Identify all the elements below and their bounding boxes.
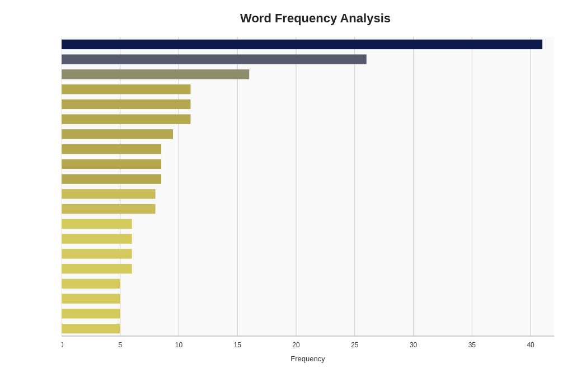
svg-text:15: 15 xyxy=(234,341,242,349)
bar-chart-svg: 0510152025303540Frequencydatadatabricksl… xyxy=(62,34,565,381)
svg-text:Frequency: Frequency xyxy=(290,355,325,363)
bar-tool xyxy=(62,219,132,229)
svg-text:35: 35 xyxy=(468,341,476,349)
bar-platform xyxy=(62,294,120,303)
svg-text:25: 25 xyxy=(351,341,359,349)
bar-unstructured xyxy=(62,100,190,109)
bar-capabilities xyxy=(62,114,190,124)
bar-acquire xyxy=(62,234,132,243)
bar-generative xyxy=(62,144,161,154)
svg-text:20: 20 xyxy=(292,341,300,349)
bar-text xyxy=(62,189,156,199)
bar-talent xyxy=(62,264,132,273)
svg-text:5: 5 xyxy=(118,341,122,349)
svg-text:40: 40 xyxy=(527,341,535,349)
bar-data xyxy=(62,40,542,49)
bar-lilac xyxy=(62,69,249,79)
chart-area: 0510152025303540Frequencydatadatabricksl… xyxy=(62,34,569,358)
bar-new xyxy=(62,279,120,289)
svg-rect-0 xyxy=(62,37,554,336)
svg-text:10: 10 xyxy=(175,341,183,349)
bar-add xyxy=(62,129,173,139)
bar-databricks xyxy=(62,54,367,64)
bar-structure xyxy=(62,249,132,258)
chart-container: Word Frequency Analysis 0510152025303540… xyxy=(0,0,586,392)
bar-model xyxy=(62,174,161,183)
bar-train xyxy=(62,309,120,318)
chart-title: Word Frequency Analysis xyxy=(62,11,569,26)
svg-text:0: 0 xyxy=(62,341,64,349)
bar-applications xyxy=(62,324,120,333)
bar-acquisition xyxy=(62,84,190,94)
svg-text:30: 30 xyxy=(410,341,418,349)
bar-help xyxy=(62,204,156,214)
bar-enable xyxy=(62,159,161,169)
